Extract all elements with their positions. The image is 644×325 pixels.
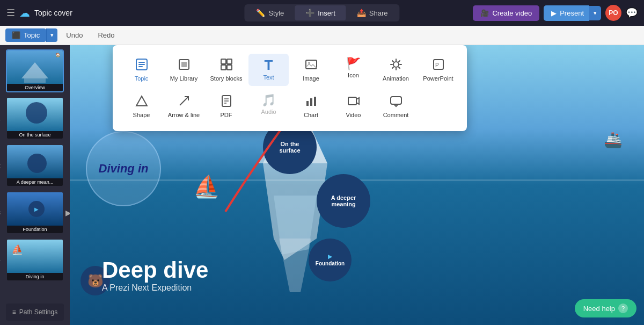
slide-num-4: 4 [0, 257, 1, 263]
avatar: PO [605, 5, 621, 21]
sidebar: 🏠 Overview 1 On the surface 2 [0, 45, 70, 325]
tab-share[interactable]: 📤 Share [346, 5, 399, 20]
toolbar: ⬛ Topic ▾ Undo Redo [0, 26, 644, 45]
svg-rect-1 [24, 78, 46, 83]
need-help-button[interactable]: Need help ? [575, 299, 636, 317]
help-icon: ? [618, 304, 628, 313]
svg-rect-27 [310, 98, 312, 106]
home-icon: 🏠 [55, 53, 61, 57]
insert-item-text[interactable]: T Text [248, 54, 289, 86]
slide-label-3: Foundation [7, 226, 63, 233]
comment-insert-icon [390, 95, 402, 110]
slide-thumb-1[interactable]: On the surface [6, 97, 64, 140]
audio-icon: 🎵 [261, 95, 276, 106]
slide-thumb-2[interactable]: A deeper mean... [6, 144, 64, 187]
slide-label-2: A deeper mean... [7, 178, 63, 186]
topic-group: ⬛ Topic ▾ [5, 28, 57, 42]
svg-rect-11 [221, 59, 226, 64]
insert-item-story-blocks[interactable]: Story blocks [206, 54, 246, 86]
canvas-background: Diving in ⛵ 🚢 On the surface A deeper me… [70, 45, 644, 325]
tab-style[interactable]: ✏️ Style [245, 5, 295, 20]
video-cam-icon: 🎥 [480, 9, 489, 17]
svg-rect-28 [314, 97, 316, 106]
deeper-meaning-text: A deeper meaning [331, 194, 356, 207]
tab-insert[interactable]: ➕ Insert [295, 5, 346, 20]
deep-dive-title: Deep dive A Prezi Next Expedition [102, 257, 208, 293]
insert-panel: Topic My Library Story blocks [113, 45, 467, 131]
arrow-line-icon [178, 95, 191, 110]
undo-button[interactable]: Undo [60, 29, 89, 41]
insert-item-video[interactable]: Video [333, 90, 374, 122]
path-settings[interactable]: ≡ Path Settings [6, 304, 64, 321]
comment-icon[interactable]: 💬 [626, 7, 638, 19]
insert-item-shape[interactable]: Shape [121, 90, 162, 122]
svg-rect-26 [306, 101, 309, 106]
insert-item-powerpoint[interactable]: P PowerPoint [418, 54, 458, 86]
svg-rect-15 [306, 60, 317, 69]
hamburger-icon[interactable]: ☰ [6, 7, 15, 19]
diving-in-text: Diving in [99, 162, 149, 176]
deeper-meaning-bubble[interactable]: A deeper meaning [317, 174, 370, 228]
ship-icon: 🚢 [604, 131, 623, 149]
diving-in-circle: Diving in [86, 131, 161, 206]
present-button[interactable]: ▶ Present [544, 5, 589, 21]
topic-dropdown-button[interactable]: ▾ [46, 28, 57, 42]
svg-rect-14 [227, 65, 232, 70]
redo-button[interactable]: Redo [91, 29, 121, 41]
insert-item-icon[interactable]: 🚩 Icon [333, 54, 374, 86]
document-title: Topic cover [34, 9, 72, 17]
insert-item-chart[interactable]: Chart [291, 90, 331, 122]
insert-item-my-library[interactable]: My Library [164, 54, 204, 86]
present-dropdown-button[interactable]: ▾ [589, 6, 601, 20]
insert-item-comment[interactable]: Comment [376, 90, 416, 122]
sailboat-icon: ⛵ [193, 174, 220, 199]
text-insert-icon: T [265, 58, 273, 72]
shape-icon [135, 95, 148, 110]
topic-insert-icon [135, 58, 148, 73]
insert-item-arrow-line[interactable]: Arrow & line [164, 90, 204, 122]
foundation-text: Foundation [316, 261, 345, 266]
cloud-icon[interactable]: ☁ [19, 6, 30, 19]
slide-thumb-overview[interactable]: 🏠 Overview [6, 49, 64, 92]
path-settings-icon: ≡ [12, 308, 16, 316]
insert-item-image[interactable]: Image [291, 54, 331, 86]
slide-num-1: 1 [0, 115, 1, 121]
slide-num-2: 2 [0, 162, 1, 169]
play-icon: ▶ [551, 9, 557, 17]
svg-point-17 [393, 62, 399, 67]
slide-label-1: On the surface [7, 131, 63, 139]
topic-icon: ⬛ [12, 31, 20, 39]
create-video-button[interactable]: 🎥 Create video [473, 5, 539, 21]
topic-button[interactable]: ⬛ Topic [5, 28, 46, 42]
sub-title-text: A Prezi Next Expedition [102, 283, 208, 293]
slide-wrapper-4: 4 ⛵ Diving in [6, 239, 64, 281]
insert-item-animation[interactable]: Animation [376, 54, 416, 86]
slide-label-overview: Overview [7, 84, 63, 91]
slide-wrapper-1: 1 On the surface [6, 97, 64, 140]
icon-insert-icon: 🚩 [346, 58, 361, 70]
slide-thumb-3[interactable]: ▶ Foundation [6, 191, 64, 234]
slide-num-3: 3 [0, 210, 1, 216]
canvas-area[interactable]: Diving in ⛵ 🚢 On the surface A deeper me… [70, 45, 644, 325]
svg-rect-29 [348, 97, 356, 105]
path-settings-label: Path Settings [19, 308, 57, 316]
on-surface-text: On the surface [279, 141, 300, 154]
main-layout: 🏠 Overview 1 On the surface 2 [0, 45, 644, 325]
svg-rect-12 [227, 59, 232, 64]
svg-marker-0 [21, 62, 48, 78]
animation-icon [390, 58, 402, 73]
insert-item-pdf[interactable]: PDF [206, 90, 246, 122]
share-icon: 📤 [357, 9, 366, 17]
svg-rect-30 [391, 97, 401, 104]
main-title-text: Deep dive [102, 257, 208, 283]
insert-item-topic[interactable]: Topic [121, 54, 162, 86]
svg-line-21 [180, 97, 188, 105]
powerpoint-icon: P [432, 58, 445, 73]
slide-thumb-4[interactable]: ⛵ Diving in [6, 239, 64, 281]
svg-rect-13 [221, 65, 226, 70]
foundation-bubble[interactable]: ▶ Foundation [309, 239, 352, 281]
svg-rect-10 [181, 62, 187, 67]
story-blocks-icon [220, 58, 233, 73]
my-library-icon [178, 58, 191, 73]
slide-play-icon-3[interactable]: ▶ [65, 208, 70, 217]
